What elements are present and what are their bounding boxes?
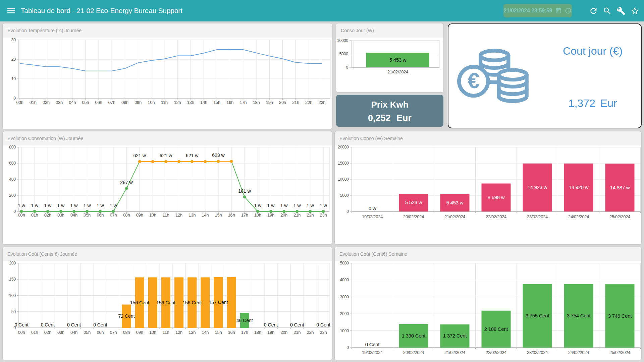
svg-text:07h: 07h — [110, 330, 117, 335]
svg-text:19h: 19h — [266, 100, 273, 105]
svg-text:5000: 5000 — [340, 261, 349, 265]
svg-text:18h: 18h — [254, 330, 261, 335]
panel-conso-semaine: Evolution Conso (W) Semaine 050001000015… — [335, 131, 641, 244]
svg-text:8 698 w: 8 698 w — [488, 194, 505, 200]
svg-text:2 188 Cent: 2 188 Cent — [484, 326, 508, 332]
panel-temperature: Evolution Température (°c) Journée 01020… — [3, 23, 332, 129]
svg-text:10h: 10h — [149, 330, 156, 335]
svg-text:08h: 08h — [121, 100, 128, 105]
svg-text:800: 800 — [9, 145, 16, 149]
svg-text:0 Cent: 0 Cent — [14, 322, 28, 327]
svg-text:16h: 16h — [228, 213, 235, 218]
svg-text:12h: 12h — [175, 330, 182, 335]
svg-text:0 Cent: 0 Cent — [365, 342, 380, 347]
svg-text:23h: 23h — [319, 100, 326, 105]
svg-text:0: 0 — [13, 209, 16, 214]
svg-text:03h: 03h — [57, 213, 64, 218]
svg-text:21/02/2024: 21/02/2024 — [387, 69, 408, 74]
svg-text:1 390 Cent: 1 390 Cent — [402, 333, 426, 339]
svg-text:14h: 14h — [202, 213, 209, 218]
svg-text:05h: 05h — [84, 213, 91, 218]
datetime-picker[interactable]: 21/02/2024 23:59:59 — [503, 4, 572, 17]
svg-text:1 w: 1 w — [44, 203, 52, 208]
svg-text:156 Cent: 156 Cent — [130, 300, 149, 305]
svg-text:04h: 04h — [69, 100, 76, 105]
refresh-icon[interactable] — [589, 6, 598, 15]
svg-text:09h: 09h — [136, 330, 143, 335]
svg-text:07h: 07h — [108, 100, 115, 105]
svg-text:17h: 17h — [241, 330, 248, 335]
svg-text:72 Cent: 72 Cent — [118, 313, 135, 319]
svg-text:12h: 12h — [175, 213, 182, 218]
svg-text:10000: 10000 — [338, 177, 349, 182]
svg-text:22/02/2024: 22/02/2024 — [486, 350, 506, 355]
svg-text:19h: 19h — [267, 330, 274, 335]
svg-text:14 887 w: 14 887 w — [610, 185, 630, 190]
star-icon[interactable] — [630, 6, 639, 15]
clock-icon — [565, 7, 572, 14]
svg-text:1000: 1000 — [340, 328, 349, 333]
dashboard-page: Tableau de bord - 21-02 Eco-Energy Burea… — [0, 0, 644, 362]
menu-icon[interactable] — [6, 6, 16, 16]
svg-text:20000: 20000 — [338, 145, 349, 149]
svg-text:05h: 05h — [84, 330, 91, 335]
svg-text:21/02/2024: 21/02/2024 — [444, 350, 465, 355]
svg-text:24/02/2024: 24/02/2024 — [568, 214, 589, 219]
svg-text:23/02/2024: 23/02/2024 — [527, 350, 548, 355]
svg-text:10: 10 — [11, 76, 16, 81]
svg-text:24/02/2024: 24/02/2024 — [568, 350, 589, 355]
svg-text:1 w: 1 w — [70, 203, 78, 208]
svg-text:00h: 00h — [18, 330, 25, 335]
svg-text:46 Cent: 46 Cent — [236, 318, 253, 323]
svg-text:02h: 02h — [43, 100, 50, 105]
svg-text:17h: 17h — [241, 213, 248, 218]
temperature-line-chart: 010203000h01h02h03h04h05h06h07h08h09h10h… — [3, 23, 332, 129]
svg-text:08h: 08h — [123, 213, 130, 218]
svg-text:18h: 18h — [254, 213, 261, 218]
svg-text:5 523 w: 5 523 w — [405, 199, 422, 205]
svg-text:20h: 20h — [279, 100, 286, 105]
calendar-icon — [555, 7, 562, 14]
svg-text:0: 0 — [346, 65, 348, 70]
svg-text:5000: 5000 — [340, 193, 349, 198]
svg-text:0 Cent: 0 Cent — [290, 322, 304, 327]
svg-text:15h: 15h — [215, 330, 222, 335]
svg-text:09h: 09h — [135, 100, 142, 105]
search-icon[interactable] — [603, 6, 612, 15]
svg-text:23/02/2024: 23/02/2024 — [527, 214, 548, 219]
svg-text:1 w: 1 w — [307, 203, 314, 208]
svg-text:0 Cent: 0 Cent — [264, 322, 278, 327]
svg-text:00h: 00h — [18, 213, 25, 218]
svg-text:3 755 Cent: 3 755 Cent — [526, 313, 550, 318]
svg-text:05h: 05h — [82, 100, 89, 105]
svg-text:2000: 2000 — [340, 311, 349, 316]
svg-text:11h: 11h — [163, 213, 169, 218]
svg-text:21/02/2024: 21/02/2024 — [444, 214, 465, 219]
prix-kwh-card: Prix Kwh 0,252 Eur — [336, 95, 443, 127]
svg-text:02h: 02h — [44, 330, 51, 335]
cout-semaine-bar-chart: 01000200030004000500019/02/202420/02/202… — [335, 247, 641, 360]
svg-text:1 w: 1 w — [267, 203, 275, 208]
svg-text:623 w: 623 w — [212, 153, 225, 158]
svg-text:22h: 22h — [305, 100, 312, 105]
cout-jour-value: 1,372 Eur — [546, 97, 640, 110]
svg-text:0 Cent: 0 Cent — [41, 322, 55, 327]
svg-text:06h: 06h — [97, 213, 104, 218]
svg-text:621 w: 621 w — [160, 153, 172, 158]
svg-text:400: 400 — [9, 177, 16, 182]
svg-text:23h: 23h — [320, 213, 327, 218]
svg-text:15000: 15000 — [338, 161, 349, 166]
svg-text:287 w: 287 w — [120, 180, 133, 185]
svg-text:23h: 23h — [320, 330, 327, 335]
svg-text:10000: 10000 — [337, 38, 348, 43]
svg-text:01h: 01h — [31, 213, 38, 218]
svg-text:10h: 10h — [149, 213, 156, 218]
wrench-icon[interactable] — [616, 6, 626, 15]
svg-text:19/02/2024: 19/02/2024 — [362, 350, 383, 355]
svg-text:157 Cent: 157 Cent — [209, 300, 228, 305]
svg-text:5 453 w: 5 453 w — [446, 200, 464, 205]
svg-text:02h: 02h — [44, 213, 51, 218]
svg-text:1 w: 1 w — [57, 203, 65, 208]
svg-text:5000: 5000 — [339, 52, 348, 56]
svg-text:15h: 15h — [215, 213, 222, 218]
